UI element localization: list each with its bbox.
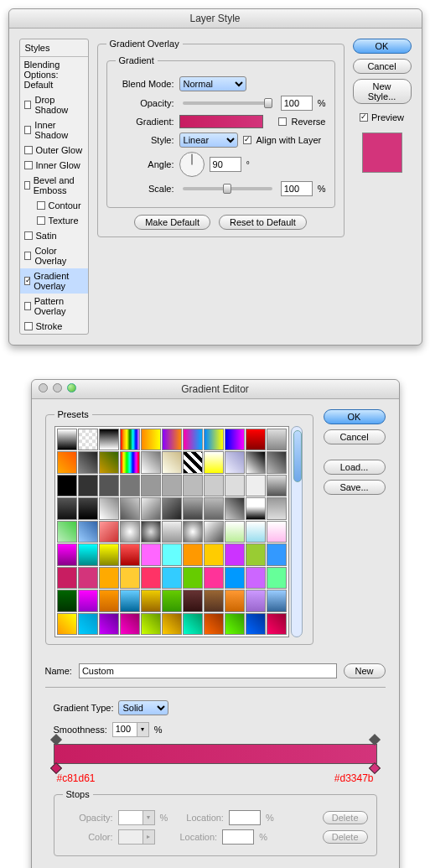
preset-swatch[interactable] bbox=[57, 521, 77, 543]
preset-swatch[interactable] bbox=[162, 590, 182, 611]
stop-opacity-input[interactable]: ▾ bbox=[118, 810, 155, 825]
preset-swatch[interactable] bbox=[183, 567, 203, 589]
preset-swatch[interactable] bbox=[246, 451, 266, 473]
style-checkbox[interactable] bbox=[24, 161, 33, 169]
preset-swatch[interactable] bbox=[162, 497, 182, 519]
preset-swatch[interactable] bbox=[267, 451, 287, 473]
preset-swatch[interactable] bbox=[183, 429, 203, 450]
preset-swatch[interactable] bbox=[78, 543, 98, 565]
style-checkbox[interactable] bbox=[24, 126, 32, 134]
preset-swatch[interactable] bbox=[57, 429, 77, 450]
name-input[interactable] bbox=[79, 663, 337, 678]
preset-swatch[interactable] bbox=[204, 567, 224, 589]
delete-color-stop-button[interactable]: Delete bbox=[323, 830, 368, 844]
scale-slider[interactable] bbox=[183, 187, 272, 190]
preset-swatch[interactable] bbox=[162, 521, 182, 543]
preset-swatch[interactable] bbox=[225, 451, 245, 473]
preset-swatch[interactable] bbox=[57, 543, 77, 565]
delete-opacity-stop-button[interactable]: Delete bbox=[323, 811, 368, 824]
preset-swatch[interactable] bbox=[225, 429, 245, 450]
stop-opacity-location-input[interactable] bbox=[229, 810, 261, 825]
preset-swatch[interactable] bbox=[246, 521, 266, 543]
preset-swatch[interactable] bbox=[99, 497, 119, 519]
preset-swatch[interactable] bbox=[99, 521, 119, 543]
preset-swatch[interactable] bbox=[183, 497, 203, 519]
gradient-type-select[interactable]: Solid bbox=[118, 700, 168, 715]
preset-swatch[interactable] bbox=[204, 429, 224, 450]
preset-swatch[interactable] bbox=[183, 590, 203, 611]
preview-checkbox[interactable] bbox=[360, 113, 368, 122]
stop-color-input[interactable]: ▸ bbox=[118, 829, 155, 845]
preset-swatch[interactable] bbox=[99, 429, 119, 450]
preset-swatch[interactable] bbox=[225, 543, 245, 565]
preset-swatch[interactable] bbox=[162, 567, 182, 589]
preset-swatch[interactable] bbox=[141, 521, 161, 543]
gradient-swatch[interactable] bbox=[179, 115, 263, 128]
preset-swatch[interactable] bbox=[141, 590, 161, 611]
presets-grid[interactable] bbox=[54, 426, 289, 637]
preset-swatch[interactable] bbox=[204, 451, 224, 473]
style-row-pattern-overlay[interactable]: Pattern Overlay bbox=[20, 294, 88, 319]
preset-swatch[interactable] bbox=[120, 521, 140, 543]
preset-swatch[interactable] bbox=[99, 567, 119, 589]
blending-options-row[interactable]: Blending Options: Default bbox=[20, 57, 88, 92]
style-checkbox[interactable] bbox=[24, 302, 31, 310]
preset-swatch[interactable] bbox=[57, 567, 77, 589]
preset-swatch[interactable] bbox=[99, 451, 119, 473]
ge-new-button[interactable]: New bbox=[344, 663, 386, 678]
preset-swatch[interactable] bbox=[57, 497, 77, 519]
preset-swatch[interactable] bbox=[246, 475, 266, 496]
preset-swatch[interactable] bbox=[162, 429, 182, 450]
preset-swatch[interactable] bbox=[267, 590, 287, 611]
style-row-drop-shadow[interactable]: Drop Shadow bbox=[20, 92, 88, 117]
angle-input[interactable] bbox=[210, 157, 241, 172]
preset-swatch[interactable] bbox=[162, 613, 182, 635]
preset-swatch[interactable] bbox=[183, 521, 203, 543]
style-row-gradient-overlay[interactable]: Gradient Overlay bbox=[20, 268, 88, 294]
reset-default-button[interactable]: Reset to Default bbox=[219, 215, 307, 230]
preset-swatch[interactable] bbox=[120, 567, 140, 589]
preset-swatch[interactable] bbox=[141, 567, 161, 589]
preset-swatch[interactable] bbox=[162, 543, 182, 565]
preset-swatch[interactable] bbox=[141, 451, 161, 473]
preset-swatch[interactable] bbox=[78, 429, 98, 450]
angle-dial[interactable] bbox=[179, 152, 205, 177]
preset-swatch[interactable] bbox=[57, 451, 77, 473]
preset-swatch[interactable] bbox=[141, 429, 161, 450]
preset-swatch[interactable] bbox=[267, 497, 287, 519]
blend-mode-select[interactable]: Normal bbox=[179, 76, 246, 91]
preset-swatch[interactable] bbox=[162, 451, 182, 473]
preset-swatch[interactable] bbox=[78, 451, 98, 473]
style-row-inner-shadow[interactable]: Inner Shadow bbox=[20, 117, 88, 143]
preset-swatch[interactable] bbox=[57, 475, 77, 496]
preset-swatch[interactable] bbox=[78, 497, 98, 519]
preset-swatch[interactable] bbox=[204, 543, 224, 565]
ge-cancel-button[interactable]: Cancel bbox=[324, 429, 386, 444]
preset-swatch[interactable] bbox=[183, 451, 203, 473]
preset-swatch[interactable] bbox=[183, 475, 203, 496]
style-checkbox[interactable] bbox=[24, 322, 33, 330]
preset-swatch[interactable] bbox=[246, 613, 266, 635]
preset-swatch[interactable] bbox=[99, 543, 119, 565]
preset-swatch[interactable] bbox=[204, 497, 224, 519]
preset-swatch[interactable] bbox=[225, 567, 245, 589]
style-checkbox[interactable] bbox=[24, 231, 33, 240]
style-row-outer-glow[interactable]: Outer Glow bbox=[20, 143, 88, 158]
minimize-icon[interactable] bbox=[53, 383, 62, 392]
preset-swatch[interactable] bbox=[204, 613, 224, 635]
opacity-input[interactable] bbox=[281, 96, 313, 111]
ge-save-button[interactable]: Save... bbox=[324, 480, 386, 495]
ok-button[interactable]: OK bbox=[353, 39, 412, 54]
close-icon[interactable] bbox=[39, 383, 48, 392]
style-checkbox[interactable] bbox=[24, 252, 32, 260]
preset-swatch[interactable] bbox=[141, 613, 161, 635]
preset-swatch[interactable] bbox=[267, 429, 287, 450]
style-row-contour[interactable]: Contour bbox=[20, 198, 88, 213]
preset-swatch[interactable] bbox=[78, 613, 98, 635]
style-row-bevel-and-emboss[interactable]: Bevel and Emboss bbox=[20, 173, 88, 198]
preset-swatch[interactable] bbox=[162, 475, 182, 496]
preset-swatch[interactable] bbox=[267, 567, 287, 589]
style-row-satin[interactable]: Satin bbox=[20, 228, 88, 243]
preset-swatch[interactable] bbox=[246, 497, 266, 519]
opacity-slider[interactable] bbox=[183, 101, 272, 105]
